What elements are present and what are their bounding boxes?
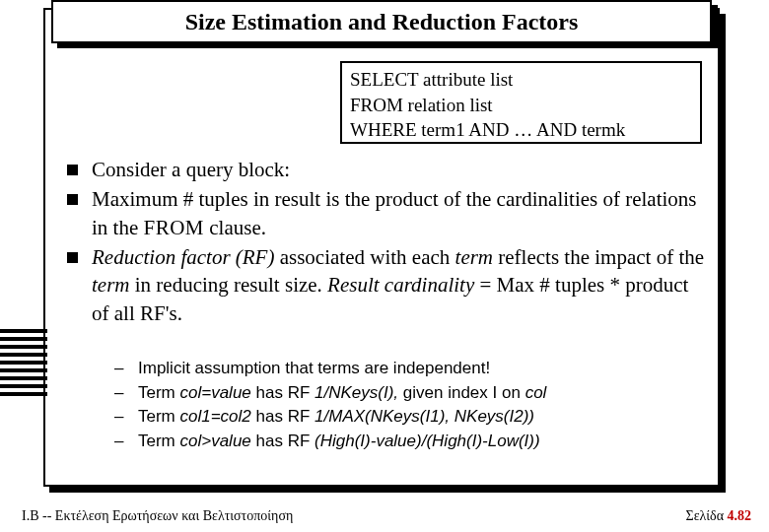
footer-right: Σελίδα 4.82 — [685, 508, 751, 524]
s4-c: has RF — [251, 432, 315, 450]
sql-where-d: k — [616, 119, 626, 140]
sub-item-2: – Term col=value has RF 1/NKeys(I), give… — [114, 381, 706, 406]
b2-b: clause. — [204, 216, 266, 239]
page-label: Σελίδα — [685, 508, 727, 523]
dash-icon: – — [114, 405, 138, 430]
slide-footer: Ι.Β -- Εκτέλεση Ερωτήσεων και Βελτιστοπο… — [22, 508, 751, 524]
sub-item-1: – Implicit assumption that terms are ind… — [114, 357, 706, 381]
s3-d: 1/ — [315, 407, 328, 426]
sub-item-4: – Term col>value has RF (High(I)-value)/… — [114, 430, 706, 454]
decorative-stripes — [0, 329, 47, 400]
bullet-text-2: Maximum # tuples in result is the produc… — [92, 185, 708, 241]
bullet-icon — [67, 194, 78, 205]
b3-e: term — [92, 273, 130, 297]
s4-b: col>value — [180, 432, 251, 450]
s3-a: Term — [138, 407, 180, 426]
sub-text-2: Term col=value has RF 1/NKeys(I), given … — [138, 381, 706, 406]
bullet-icon — [67, 165, 78, 175]
title-text: Size Estimation and Reduction Factors — [185, 9, 579, 35]
bullet-text-1: Consider a query block: — [92, 156, 708, 183]
bullet-text-3: Reduction factor (RF) associated with ea… — [92, 243, 708, 327]
s2-b: col=value — [180, 383, 251, 402]
sql-and2: AND — [536, 119, 577, 140]
sql-from-rest: relation list — [403, 95, 493, 115]
footer-left: Ι.Β -- Εκτέλεση Ερωτήσεων και Βελτιστοπο… — [22, 508, 293, 524]
sql-keyword-from: FROM — [350, 95, 403, 115]
s3-b: col1=col2 — [180, 407, 251, 426]
sql-line-where: WHERE term1 AND … AND termk — [350, 117, 692, 143]
s4-d: (High(I)-value)/(High(I)-Low(I)) — [315, 432, 540, 450]
s2-e: given index I on — [398, 383, 525, 402]
s3-max: MAX — [328, 407, 365, 426]
sql-query-box: SELECT attribute list FROM relation list… — [340, 61, 702, 144]
dash-icon: – — [114, 381, 138, 406]
dash-icon: – — [114, 357, 138, 381]
s2-c: has RF — [251, 383, 315, 402]
bullet-item-2: Maximum # tuples in result is the produc… — [67, 185, 708, 241]
sub-item-3: – Term col1=col2 has RF 1/MAX(NKeys(I1),… — [114, 405, 706, 430]
s2-f: col — [525, 383, 547, 402]
bullet-icon — [67, 252, 78, 263]
sql-where-c: term — [577, 119, 616, 140]
s3-c: has RF — [251, 407, 315, 426]
b3-d: reflects the impact of the — [493, 245, 704, 269]
sub-text-1: Implicit assumption that terms are indep… — [138, 357, 706, 381]
sql-where-a: term — [417, 119, 456, 140]
sql-where-b: 1 — [455, 119, 468, 140]
sql-mid: … — [510, 119, 536, 140]
page-number: 4.82 — [728, 508, 752, 523]
sql-select-rest: attribute list — [418, 69, 513, 90]
slide-title: Size Estimation and Reduction Factors — [51, 0, 712, 43]
sub-text-3: Term col1=col2 has RF 1/MAX(NKeys(I1), N… — [138, 405, 706, 430]
s3-e: (NKeys(I1), NKeys(I2)) — [365, 407, 534, 426]
sql-line-select: SELECT attribute list — [350, 67, 692, 93]
b3-f: in reducing result size. — [130, 273, 328, 297]
s4-a: Term — [138, 432, 180, 450]
sql-keyword-select: SELECT — [350, 69, 418, 90]
b3-g: Result cardinality — [327, 273, 474, 297]
sub-bullet-list: – Implicit assumption that terms are ind… — [114, 357, 706, 454]
sub-text-4: Term col>value has RF (High(I)-value)/(H… — [138, 430, 706, 454]
dash-icon: – — [114, 430, 138, 454]
bullet-item-3: Reduction factor (RF) associated with ea… — [67, 243, 708, 327]
b2-from: FROM — [144, 216, 205, 239]
sql-keyword-where: WHERE — [350, 119, 417, 140]
b3-c: term — [455, 245, 494, 269]
b3-a: Reduction factor (RF) — [92, 245, 274, 269]
sql-line-from: FROM relation list — [350, 93, 692, 118]
sql-and1: AND — [468, 119, 509, 140]
bullet-item-1: Consider a query block: — [67, 156, 708, 183]
s2-d: 1/NKeys(I), — [315, 383, 398, 402]
b3-b: associated with each — [274, 245, 454, 269]
s2-a: Term — [138, 383, 180, 402]
bullet-list: Consider a query block: Maximum # tuples… — [67, 156, 708, 329]
